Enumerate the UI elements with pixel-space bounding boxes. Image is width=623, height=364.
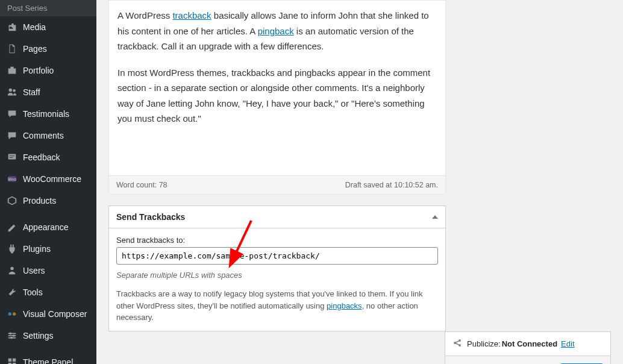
sidebar-item-products[interactable]: Products: [0, 190, 96, 212]
feedback-icon: [6, 151, 18, 163]
admin-sidebar: Post Series MediaPagesPortfolioStaffTest…: [0, 0, 96, 364]
trackback-link[interactable]: trackback: [172, 10, 211, 20]
sidebar-item-testimonials[interactable]: Testimonials: [0, 103, 96, 125]
svg-line-23: [455, 340, 460, 343]
draft-saved-time: Draft saved at 10:10:52 am.: [345, 181, 438, 189]
sidebar-item-visual-composer[interactable]: Visual Composer: [0, 303, 96, 325]
post-editor: A WordPress trackback basically allows J…: [108, 0, 446, 195]
sidebar-item-theme-panel[interactable]: Theme Panel: [0, 351, 96, 364]
trackback-url-input[interactable]: [116, 247, 438, 265]
svg-point-7: [10, 267, 13, 270]
sidebar-item-plugins[interactable]: Plugins: [0, 238, 96, 260]
sidebar-item-comments[interactable]: Comments: [0, 125, 96, 146]
publish-actions: Move to Trash Publish: [445, 356, 611, 365]
users-icon: [6, 265, 18, 277]
sidebar-item-settings[interactable]: Settings: [0, 325, 96, 347]
svg-rect-16: [8, 359, 11, 362]
word-count: 78: [159, 181, 167, 189]
media-icon: [6, 21, 18, 33]
woo-icon: Woo: [6, 173, 18, 185]
tools-icon: [6, 286, 18, 298]
sidebar-item-staff[interactable]: Staff: [0, 81, 96, 103]
svg-rect-2: [8, 154, 16, 160]
sidebar-item-pages[interactable]: Pages: [0, 38, 96, 60]
sidebar-sub-post-series[interactable]: Post Series: [0, 0, 96, 16]
svg-rect-17: [13, 359, 16, 362]
trackback-label: Send trackbacks to:: [116, 236, 438, 245]
svg-point-15: [10, 337, 13, 339]
svg-point-8: [8, 312, 11, 315]
sidebar-item-woocommerce[interactable]: WooWooCommerce: [0, 168, 96, 190]
svg-text:Woo: Woo: [8, 177, 16, 181]
sidebar-item-users[interactable]: Users: [0, 260, 96, 281]
editor-content[interactable]: A WordPress trackback basically allows J…: [109, 1, 445, 175]
trackback-description: Trackbacks are a way to notify legacy bl…: [116, 288, 438, 324]
settings-icon: [6, 330, 18, 342]
publicize-edit-link[interactable]: Edit: [561, 339, 574, 348]
svg-point-0: [9, 89, 12, 92]
testimonials-icon: [6, 108, 18, 120]
theme-icon: [6, 356, 18, 364]
portfolio-icon: [6, 64, 18, 77]
vc-icon: [6, 308, 18, 320]
svg-point-13: [10, 333, 12, 335]
plugins-icon: [6, 243, 18, 255]
publicize-row: Publicize: Not Connected Edit: [445, 331, 611, 356]
trackback-hint: Separate multiple URLs with spaces: [116, 271, 438, 280]
collapse-toggle-icon[interactable]: [432, 215, 438, 219]
publicize-status: Not Connected: [502, 339, 557, 348]
metabox-header[interactable]: Send Trackbacks: [109, 206, 445, 228]
sidebar-item-portfolio[interactable]: Portfolio: [0, 60, 96, 81]
sidebar-item-feedback[interactable]: Feedback: [0, 146, 96, 168]
sidebar-item-appearance[interactable]: Appearance: [0, 216, 96, 238]
comments-icon: [6, 130, 18, 142]
sidebar-item-tools[interactable]: Tools: [0, 281, 96, 303]
editor-status-bar: Word count: 78 Draft saved at 10:10:52 a…: [109, 175, 445, 194]
editor-paragraph: In most WordPress themes, trackbacks and…: [117, 65, 437, 127]
pingback-link[interactable]: pingback: [258, 26, 294, 36]
svg-point-1: [13, 89, 16, 92]
svg-point-14: [13, 334, 15, 337]
page-icon: [6, 43, 18, 55]
share-icon: [452, 338, 462, 350]
products-icon: [6, 195, 18, 207]
send-trackbacks-metabox: Send Trackbacks Send trackbacks to: Sepa…: [108, 206, 446, 331]
appearance-icon: [6, 221, 18, 233]
svg-rect-4: [10, 157, 13, 158]
svg-rect-3: [10, 155, 15, 156]
sidebar-item-media[interactable]: Media: [0, 16, 96, 38]
svg-line-24: [455, 343, 460, 345]
pingbacks-link[interactable]: pingbacks: [327, 301, 362, 310]
staff-icon: [6, 86, 18, 98]
svg-point-9: [13, 312, 16, 315]
